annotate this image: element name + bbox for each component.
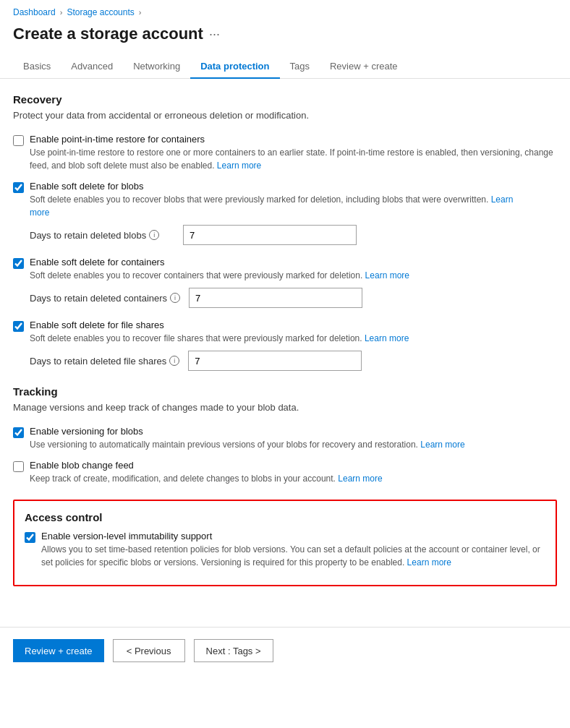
review-create-button[interactable]: Review + create	[13, 639, 104, 662]
soft-delete-containers-learn-more[interactable]: Learn more	[365, 270, 409, 281]
tab-bar: Basics Advanced Networking Data protecti…	[0, 55, 570, 79]
tab-review-create[interactable]: Review + create	[320, 55, 408, 79]
breadcrumb-sep2: ›	[139, 8, 142, 17]
page-options-icon[interactable]: ···	[209, 27, 220, 42]
breadcrumb-sep1: ›	[60, 8, 63, 17]
change-feed-learn-more[interactable]: Learn more	[338, 474, 382, 484]
point-in-time-row: Enable point-in-time restore for contain…	[13, 134, 557, 172]
recovery-section: Recovery Protect your data from accident…	[13, 93, 557, 371]
change-feed-checkbox[interactable]	[13, 461, 24, 472]
soft-delete-blobs-learn-more2[interactable]: more	[30, 207, 49, 218]
file-shares-retention-label: Days to retain deleted file shares i	[30, 356, 179, 367]
file-shares-retention-info-icon[interactable]: i	[169, 356, 179, 366]
breadcrumb-dashboard[interactable]: Dashboard	[13, 7, 56, 17]
containers-retention-label: Days to retain deleted containers i	[30, 293, 180, 304]
immutability-desc: Allows you to set time-based retention p…	[41, 543, 545, 569]
tab-networking[interactable]: Networking	[123, 55, 190, 79]
next-button[interactable]: Next : Tags >	[194, 639, 273, 662]
point-in-time-learn-more[interactable]: Learn more	[217, 160, 261, 171]
blobs-retention-row: Days to retain deleted blobs i	[30, 225, 557, 245]
immutability-learn-more[interactable]: Learn more	[407, 557, 451, 568]
soft-delete-blobs-learn-more[interactable]: Learn	[491, 194, 514, 205]
soft-delete-blobs-checkbox[interactable]	[13, 182, 24, 193]
footer: Review + create < Previous Next : Tags >	[0, 627, 570, 674]
blobs-retention-label: Days to retain deleted blobs i	[30, 230, 174, 241]
main-content: Recovery Protect your data from accident…	[0, 79, 570, 612]
versioning-desc: Use versioning to automatically maintain…	[30, 438, 465, 451]
versioning-label[interactable]: Enable versioning for blobs	[30, 426, 143, 437]
soft-delete-blobs-desc: Soft delete enables you to recover blobs…	[30, 193, 513, 219]
tracking-title: Tracking	[13, 385, 557, 398]
versioning-row: Enable versioning for blobs Use versioni…	[13, 426, 557, 451]
immutability-row: Enable version-level immutability suppor…	[25, 531, 545, 569]
soft-delete-containers-checkbox[interactable]	[13, 258, 24, 269]
soft-delete-blobs-label[interactable]: Enable soft delete for blobs	[30, 181, 144, 192]
blobs-retention-info-icon[interactable]: i	[149, 230, 159, 240]
tab-basics[interactable]: Basics	[13, 55, 61, 79]
access-control-section: Access control Enable version-level immu…	[13, 500, 557, 586]
containers-retention-info-icon[interactable]: i	[170, 293, 180, 303]
tracking-desc: Manage versions and keep track of change…	[13, 402, 557, 413]
soft-delete-blobs-row: Enable soft delete for blobs Soft delete…	[13, 181, 557, 219]
access-control-title: Access control	[25, 511, 545, 523]
tab-tags[interactable]: Tags	[280, 55, 320, 79]
soft-delete-file-shares-label[interactable]: Enable soft delete for file shares	[30, 320, 164, 330]
change-feed-label[interactable]: Enable blob change feed	[30, 460, 134, 471]
soft-delete-containers-desc: Soft delete enables you to recover conta…	[30, 269, 409, 282]
blobs-retention-input[interactable]	[183, 225, 357, 245]
soft-delete-containers-row: Enable soft delete for containers Soft d…	[13, 257, 557, 282]
page-title: Create a storage account	[13, 25, 203, 43]
page-title-row: Create a storage account ···	[0, 22, 570, 55]
point-in-time-checkbox[interactable]	[13, 135, 24, 146]
breadcrumb: Dashboard › Storage accounts ›	[0, 0, 570, 22]
point-in-time-desc: Use point-in-time restore to restore one…	[30, 146, 557, 172]
immutability-label[interactable]: Enable version-level immutability suppor…	[41, 531, 212, 541]
file-shares-retention-input[interactable]	[188, 351, 362, 371]
immutability-checkbox[interactable]	[25, 532, 35, 543]
change-feed-desc: Keep track of create, modification, and …	[30, 472, 383, 485]
soft-delete-file-shares-checkbox[interactable]	[13, 321, 24, 332]
tab-advanced[interactable]: Advanced	[61, 55, 123, 79]
containers-retention-row: Days to retain deleted containers i	[30, 288, 557, 308]
tab-data-protection[interactable]: Data protection	[190, 55, 279, 79]
containers-retention-input[interactable]	[189, 288, 362, 308]
file-shares-retention-row: Days to retain deleted file shares i	[30, 351, 557, 371]
recovery-title: Recovery	[13, 93, 557, 106]
point-in-time-label[interactable]: Enable point-in-time restore for contain…	[30, 134, 205, 145]
versioning-learn-more[interactable]: Learn more	[420, 440, 464, 450]
soft-delete-containers-label[interactable]: Enable soft delete for containers	[30, 257, 164, 267]
tracking-section: Tracking Manage versions and keep track …	[13, 385, 557, 485]
soft-delete-file-shares-learn-more[interactable]: Learn more	[365, 333, 409, 343]
soft-delete-file-shares-desc: Soft delete enables you to recover file …	[30, 332, 409, 345]
change-feed-row: Enable blob change feed Keep track of cr…	[13, 460, 557, 485]
breadcrumb-storage-accounts[interactable]: Storage accounts	[67, 7, 134, 17]
versioning-checkbox[interactable]	[13, 427, 24, 438]
recovery-desc: Protect your data from accidental or err…	[13, 110, 557, 121]
soft-delete-file-shares-row: Enable soft delete for file shares Soft …	[13, 320, 557, 345]
previous-button[interactable]: < Previous	[113, 639, 185, 662]
